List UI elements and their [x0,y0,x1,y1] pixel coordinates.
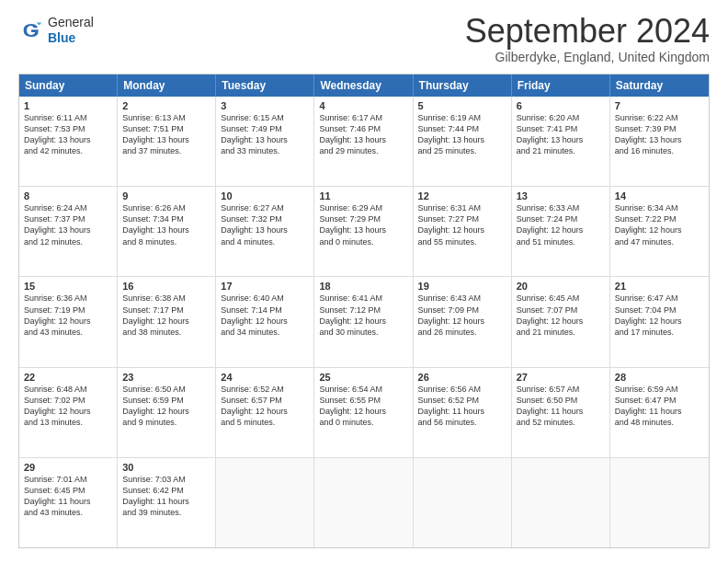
day-info: Sunrise: 6:19 AM Sunset: 7:44 PM Dayligh… [418,112,506,157]
calendar-cell-3-4: 18Sunrise: 6:41 AM Sunset: 7:12 PM Dayli… [314,277,413,366]
day-number: 22 [24,372,112,383]
calendar-week-3: 15Sunrise: 6:36 AM Sunset: 7:19 PM Dayli… [19,276,709,366]
calendar-cell-2-3: 10Sunrise: 6:27 AM Sunset: 7:32 PM Dayli… [216,187,314,276]
calendar-cell-3-7: 21Sunrise: 6:47 AM Sunset: 7:04 PM Dayli… [610,277,709,366]
day-number: 11 [319,190,407,201]
calendar-week-2: 8Sunrise: 6:24 AM Sunset: 7:37 PM Daylig… [19,186,709,276]
day-info: Sunrise: 6:13 AM Sunset: 7:51 PM Dayligh… [122,112,210,157]
calendar-cell-5-2: 30Sunrise: 7:03 AM Sunset: 6:42 PM Dayli… [118,458,216,547]
calendar-cell-2-4: 11Sunrise: 6:29 AM Sunset: 7:29 PM Dayli… [314,187,413,276]
calendar-cell-1-3: 3Sunrise: 6:15 AM Sunset: 7:49 PM Daylig… [216,97,314,186]
day-number: 2 [122,100,210,111]
calendar-cell-5-7 [610,458,709,547]
header-sunday: Sunday [19,75,118,97]
header-wednesday: Wednesday [314,75,413,97]
general-blue-icon [18,17,44,43]
day-info: Sunrise: 6:47 AM Sunset: 7:04 PM Dayligh… [615,293,704,338]
calendar-cell-1-5: 5Sunrise: 6:19 AM Sunset: 7:44 PM Daylig… [414,97,512,186]
day-number: 10 [221,190,309,201]
calendar-cell-1-7: 7Sunrise: 6:22 AM Sunset: 7:39 PM Daylig… [610,97,709,186]
calendar-header: Sunday Monday Tuesday Wednesday Thursday… [19,75,709,97]
day-info: Sunrise: 6:48 AM Sunset: 7:02 PM Dayligh… [24,384,112,429]
header-monday: Monday [118,75,216,97]
calendar-cell-4-7: 28Sunrise: 6:59 AM Sunset: 6:47 PM Dayli… [610,368,709,457]
month-title: September 2024 [465,15,710,48]
day-info: Sunrise: 6:38 AM Sunset: 7:17 PM Dayligh… [122,293,210,338]
day-info: Sunrise: 6:57 AM Sunset: 6:50 PM Dayligh… [517,384,605,429]
day-number: 7 [615,100,704,111]
header-friday: Friday [512,75,610,97]
day-info: Sunrise: 6:22 AM Sunset: 7:39 PM Dayligh… [615,112,704,157]
logo: General Blue [18,15,94,46]
day-number: 17 [221,281,309,292]
day-info: Sunrise: 6:29 AM Sunset: 7:29 PM Dayligh… [319,202,407,247]
day-info: Sunrise: 6:43 AM Sunset: 7:09 PM Dayligh… [418,293,506,338]
calendar-cell-4-2: 23Sunrise: 6:50 AM Sunset: 6:59 PM Dayli… [118,368,216,457]
calendar-cell-2-2: 9Sunrise: 6:26 AM Sunset: 7:34 PM Daylig… [118,187,216,276]
day-info: Sunrise: 6:34 AM Sunset: 7:22 PM Dayligh… [615,202,704,247]
calendar-cell-4-3: 24Sunrise: 6:52 AM Sunset: 6:57 PM Dayli… [216,368,314,457]
day-number: 13 [517,190,605,201]
day-info: Sunrise: 6:20 AM Sunset: 7:41 PM Dayligh… [517,112,605,157]
calendar-cell-1-1: 1Sunrise: 6:11 AM Sunset: 7:53 PM Daylig… [19,97,118,186]
calendar: Sunday Monday Tuesday Wednesday Thursday… [18,74,710,548]
day-number: 15 [24,281,112,292]
day-info: Sunrise: 6:54 AM Sunset: 6:55 PM Dayligh… [319,384,407,429]
calendar-cell-4-1: 22Sunrise: 6:48 AM Sunset: 7:02 PM Dayli… [19,368,118,457]
calendar-cell-3-1: 15Sunrise: 6:36 AM Sunset: 7:19 PM Dayli… [19,277,118,366]
day-number: 19 [418,281,506,292]
day-info: Sunrise: 6:15 AM Sunset: 7:49 PM Dayligh… [221,112,309,157]
day-number: 26 [418,372,506,383]
day-number: 28 [615,372,704,383]
day-number: 23 [122,372,210,383]
day-number: 9 [122,190,210,201]
calendar-cell-1-6: 6Sunrise: 6:20 AM Sunset: 7:41 PM Daylig… [512,97,610,186]
calendar-cell-5-6 [512,458,610,547]
calendar-cell-3-3: 17Sunrise: 6:40 AM Sunset: 7:14 PM Dayli… [216,277,314,366]
calendar-cell-5-4 [314,458,413,547]
header-thursday: Thursday [414,75,512,97]
day-info: Sunrise: 6:17 AM Sunset: 7:46 PM Dayligh… [319,112,407,157]
day-info: Sunrise: 6:41 AM Sunset: 7:12 PM Dayligh… [319,293,407,338]
day-info: Sunrise: 7:03 AM Sunset: 6:42 PM Dayligh… [122,474,210,519]
calendar-cell-3-2: 16Sunrise: 6:38 AM Sunset: 7:17 PM Dayli… [118,277,216,366]
day-number: 4 [319,100,407,111]
location: Gilberdyke, England, United Kingdom [465,50,710,64]
calendar-week-1: 1Sunrise: 6:11 AM Sunset: 7:53 PM Daylig… [19,97,709,186]
day-info: Sunrise: 7:01 AM Sunset: 6:45 PM Dayligh… [24,474,112,519]
title-block: September 2024 Gilberdyke, England, Unit… [465,15,710,64]
day-number: 16 [122,281,210,292]
calendar-cell-4-4: 25Sunrise: 6:54 AM Sunset: 6:55 PM Dayli… [314,368,413,457]
calendar-cell-1-4: 4Sunrise: 6:17 AM Sunset: 7:46 PM Daylig… [314,97,413,186]
day-number: 18 [319,281,407,292]
day-info: Sunrise: 6:36 AM Sunset: 7:19 PM Dayligh… [24,293,112,338]
page: General Blue September 2024 Gilberdyke, … [0,0,728,563]
day-number: 21 [615,281,704,292]
calendar-cell-2-5: 12Sunrise: 6:31 AM Sunset: 7:27 PM Dayli… [414,187,512,276]
day-number: 24 [221,372,309,383]
calendar-cell-4-5: 26Sunrise: 6:56 AM Sunset: 6:52 PM Dayli… [414,368,512,457]
day-number: 1 [24,100,112,111]
day-number: 14 [615,190,704,201]
logo-text: General Blue [48,15,94,46]
day-info: Sunrise: 6:40 AM Sunset: 7:14 PM Dayligh… [221,293,309,338]
calendar-cell-2-6: 13Sunrise: 6:33 AM Sunset: 7:24 PM Dayli… [512,187,610,276]
day-info: Sunrise: 6:59 AM Sunset: 6:47 PM Dayligh… [615,384,704,429]
day-number: 5 [418,100,506,111]
day-number: 25 [319,372,407,383]
calendar-cell-5-5 [414,458,512,547]
calendar-cell-5-3 [216,458,314,547]
day-number: 30 [122,462,210,473]
day-info: Sunrise: 6:50 AM Sunset: 6:59 PM Dayligh… [122,384,210,429]
calendar-cell-5-1: 29Sunrise: 7:01 AM Sunset: 6:45 PM Dayli… [19,458,118,547]
calendar-cell-2-1: 8Sunrise: 6:24 AM Sunset: 7:37 PM Daylig… [19,187,118,276]
calendar-week-4: 22Sunrise: 6:48 AM Sunset: 7:02 PM Dayli… [19,367,709,457]
day-info: Sunrise: 6:45 AM Sunset: 7:07 PM Dayligh… [517,293,605,338]
day-info: Sunrise: 6:24 AM Sunset: 7:37 PM Dayligh… [24,202,112,247]
day-number: 29 [24,462,112,473]
calendar-cell-3-5: 19Sunrise: 6:43 AM Sunset: 7:09 PM Dayli… [414,277,512,366]
day-number: 3 [221,100,309,111]
day-number: 27 [517,372,605,383]
day-number: 6 [517,100,605,111]
day-info: Sunrise: 6:52 AM Sunset: 6:57 PM Dayligh… [221,384,309,429]
